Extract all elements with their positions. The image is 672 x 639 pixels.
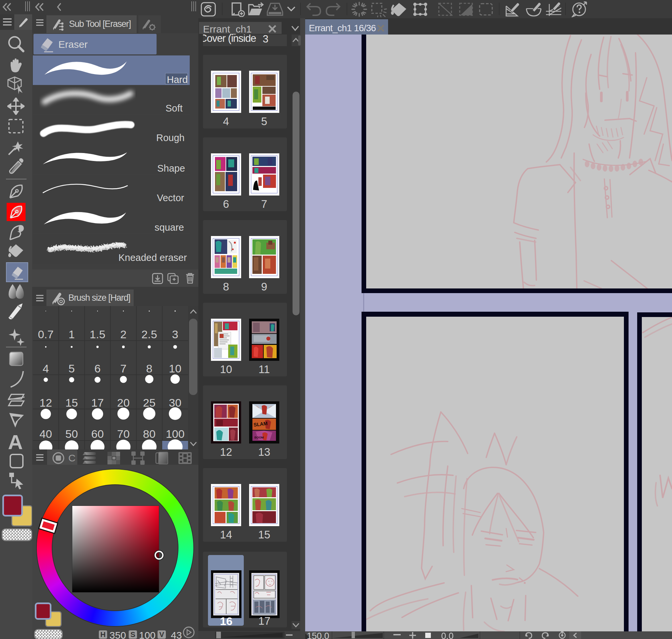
svg-text:BOOM: BOOM <box>254 436 264 439</box>
